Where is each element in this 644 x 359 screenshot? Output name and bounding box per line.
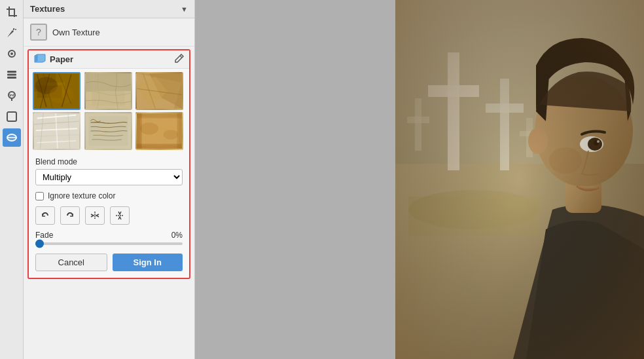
toolbar-select-icon[interactable] — [3, 107, 21, 126]
transform-row — [29, 204, 189, 227]
ignore-texture-row: Ignore texture color — [29, 188, 189, 204]
texture-grid — [29, 69, 189, 153]
fade-slider-track[interactable] — [35, 242, 183, 245]
toolbar-clone-icon[interactable] — [3, 45, 21, 63]
photo-container — [395, 0, 644, 359]
flip-horizontal-button[interactable] — [85, 206, 105, 225]
fade-label: Fade — [35, 231, 53, 240]
svg-rect-10 — [7, 74, 16, 76]
svg-rect-60 — [137, 144, 182, 149]
own-texture-label: Own Texture — [52, 28, 100, 37]
svg-rect-11 — [7, 77, 16, 79]
paper-label: Paper — [50, 54, 73, 64]
cancel-button[interactable]: Cancel — [35, 254, 107, 271]
pencil-icon[interactable] — [175, 54, 184, 65]
texture-cell-1[interactable] — [33, 72, 80, 110]
paper-header: Paper — [29, 50, 189, 69]
svg-rect-84 — [395, 0, 644, 359]
texture-cell-3[interactable] — [135, 72, 183, 110]
ignore-texture-label: Ignore texture color — [48, 191, 115, 200]
texture-cell-6[interactable] — [135, 112, 183, 150]
left-toolbar — [0, 0, 24, 359]
toolbar-layers-icon[interactable] — [3, 66, 21, 84]
paper-section: Paper — [27, 49, 190, 279]
toolbar-paint-icon[interactable] — [3, 86, 21, 105]
action-buttons: Cancel Sign In — [29, 248, 189, 275]
toolbar-texture-icon[interactable] — [3, 128, 21, 147]
own-texture-icon: ? — [30, 24, 47, 41]
own-texture-row[interactable]: ? Own Texture — [24, 18, 194, 47]
blend-mode-section: Blend mode Multiply Normal Screen Overla… — [29, 153, 189, 188]
canvas-gray-area — [195, 0, 395, 359]
svg-rect-59 — [137, 113, 182, 118]
svg-point-26 — [50, 86, 75, 104]
blend-mode-label: Blend mode — [35, 157, 183, 166]
fade-value: 0% — [171, 231, 183, 240]
fade-header: Fade 0% — [35, 231, 183, 240]
paper-title-row: Paper — [34, 54, 73, 65]
svg-point-56 — [164, 130, 179, 140]
main-canvas — [195, 0, 644, 359]
svg-rect-13 — [11, 98, 12, 101]
svg-rect-14 — [7, 112, 16, 121]
svg-point-8 — [10, 52, 13, 55]
panel-title: Textures — [30, 4, 65, 14]
paper-type-icon — [34, 54, 46, 65]
svg-rect-0 — [9, 7, 10, 15]
texture-cell-4[interactable] — [33, 112, 80, 150]
svg-rect-58 — [177, 113, 183, 149]
fade-slider-thumb[interactable] — [35, 240, 44, 248]
flip-vertical-button[interactable] — [110, 206, 130, 225]
texture-cell-2[interactable] — [84, 72, 132, 110]
rotate-left-button[interactable] — [35, 206, 55, 225]
svg-rect-57 — [137, 113, 142, 149]
rotate-right-button[interactable] — [60, 206, 80, 225]
svg-rect-3 — [9, 15, 17, 16]
signin-button[interactable]: Sign In — [113, 254, 183, 271]
svg-line-19 — [180, 56, 182, 58]
toolbar-magicwand-icon[interactable] — [3, 24, 21, 42]
svg-rect-9 — [7, 71, 16, 73]
photo-display — [395, 0, 644, 359]
svg-point-17 — [6, 133, 17, 142]
blend-mode-select[interactable]: Multiply Normal Screen Overlay Darken Li… — [35, 169, 183, 185]
svg-point-55 — [140, 123, 158, 135]
toolbar-crop-icon[interactable] — [3, 3, 21, 21]
textures-panel: Textures ▼ ? Own Texture Paper — [24, 0, 195, 359]
texture-cell-5[interactable] — [84, 112, 132, 150]
svg-point-12 — [9, 92, 15, 98]
panel-header: Textures ▼ — [24, 0, 194, 18]
ignore-texture-checkbox[interactable] — [35, 192, 44, 200]
panel-collapse-icon[interactable]: ▼ — [181, 5, 188, 13]
fade-section: Fade 0% — [29, 227, 189, 248]
